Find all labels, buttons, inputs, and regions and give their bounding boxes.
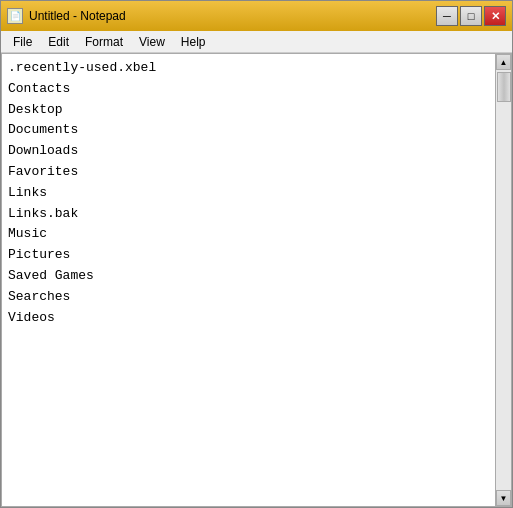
menu-format[interactable]: Format — [77, 33, 131, 51]
menu-view[interactable]: View — [131, 33, 173, 51]
menu-help[interactable]: Help — [173, 33, 214, 51]
vertical-scrollbar[interactable]: ▲ ▼ — [495, 54, 511, 506]
content-area: .recently-used.xbel Contacts Desktop Doc… — [1, 53, 512, 507]
title-bar: 📄 Untitled - Notepad ─ □ ✕ — [1, 1, 512, 31]
window-title: Untitled - Notepad — [29, 9, 126, 23]
scrollbar-track — [496, 70, 511, 490]
minimize-button[interactable]: ─ — [436, 6, 458, 26]
maximize-button[interactable]: □ — [460, 6, 482, 26]
scrollbar-thumb[interactable] — [497, 72, 511, 102]
window-controls: ─ □ ✕ — [436, 6, 506, 26]
scroll-up-button[interactable]: ▲ — [496, 54, 511, 70]
menu-edit[interactable]: Edit — [40, 33, 77, 51]
scroll-down-button[interactable]: ▼ — [496, 490, 511, 506]
title-bar-left: 📄 Untitled - Notepad — [7, 8, 126, 24]
close-button[interactable]: ✕ — [484, 6, 506, 26]
app-icon: 📄 — [7, 8, 23, 24]
notepad-window: 📄 Untitled - Notepad ─ □ ✕ File Edit For… — [0, 0, 513, 508]
text-editor[interactable]: .recently-used.xbel Contacts Desktop Doc… — [2, 54, 495, 506]
menu-bar: File Edit Format View Help — [1, 31, 512, 53]
menu-file[interactable]: File — [5, 33, 40, 51]
